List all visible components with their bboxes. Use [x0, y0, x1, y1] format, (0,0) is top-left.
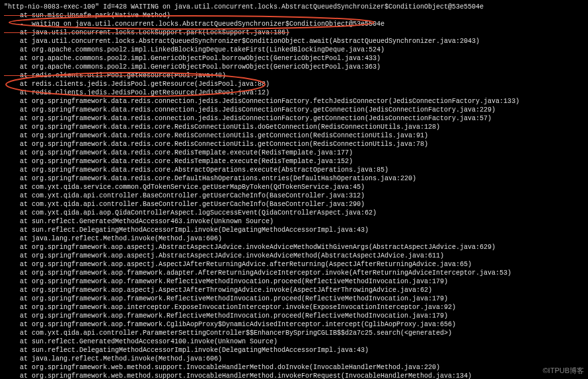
stack-line: at java.lang.reflect.Method.invoke(Metho…	[4, 234, 584, 243]
stack-line: at sun.misc.Unsafe.park(Native Method)	[4, 11, 584, 20]
stack-trace-output: "http-nio-8083-exec-100" Id=428 WAITING …	[0, 0, 588, 379]
stack-line: at org.apache.commons.pool2.impl.Generic…	[4, 54, 584, 63]
stack-line: at org.springframework.aop.aspectj.Abstr…	[4, 243, 584, 252]
stack-line: at org.springframework.data.redis.core.R…	[4, 157, 584, 166]
stack-line: at sun.reflect.GeneratedMethodAccessor41…	[4, 337, 584, 346]
stack-line: at org.springframework.aop.framework.Cgl…	[4, 320, 584, 329]
watermark-label: ©ITPUB博客	[543, 366, 585, 375]
stack-line: at java.util.concurrent.locks.LockSuppor…	[4, 28, 584, 37]
stack-line: at org.springframework.data.redis.core.R…	[4, 149, 584, 157]
stack-line: at org.springframework.data.redis.connec…	[4, 106, 584, 114]
stack-line: at org.apache.commons.pool2.impl.LinkedB…	[4, 46, 584, 54]
stack-line: at org.springframework.data.redis.core.R…	[4, 131, 584, 140]
stack-line: at redis.clients.util.Pool.getResource(P…	[4, 71, 584, 80]
stack-line: "http-nio-8083-exec-100" Id=428 WAITING …	[4, 3, 584, 11]
stack-line: at com.yxt.qida.api.controller.BaseContr…	[4, 200, 584, 209]
stack-line: at org.springframework.aop.interceptor.E…	[4, 303, 584, 312]
stack-line: at org.springframework.web.method.suppor…	[4, 363, 584, 372]
stack-line: at org.apache.commons.pool2.impl.Generic…	[4, 63, 584, 71]
stack-line: at sun.reflect.DelegatingMethodAccessorI…	[4, 226, 584, 234]
stack-line: at org.springframework.data.redis.core.R…	[4, 123, 584, 131]
stack-line: at com.yxt.qida.service.common.QdTokenSe…	[4, 183, 584, 191]
stack-line: at org.springframework.aop.framework.Ref…	[4, 312, 584, 320]
stack-line: at org.springframework.web.method.suppor…	[4, 372, 584, 379]
stack-line: at org.springframework.aop.framework.ada…	[4, 269, 584, 277]
stack-line: at sun.reflect.DelegatingMethodAccessorI…	[4, 346, 584, 355]
stack-line: at org.springframework.aop.framework.Ref…	[4, 277, 584, 286]
stack-line: at java.lang.reflect.Method.invoke(Metho…	[4, 355, 584, 363]
stack-line: at org.springframework.aop.aspectj.Abstr…	[4, 252, 584, 260]
stack-line: at com.yxt.qida.api.controller.Parameter…	[4, 329, 584, 337]
stack-line: - waiting on java.util.concurrent.locks.…	[4, 20, 584, 28]
stack-line: at redis.clients.jedis.JedisPool.getReso…	[4, 80, 584, 88]
stack-line: at org.springframework.data.redis.core.D…	[4, 174, 584, 183]
stack-line: at redis.clients.jedis.JedisPool.getReso…	[4, 88, 584, 97]
stack-line: at org.springframework.data.redis.connec…	[4, 114, 584, 123]
stack-line: at org.springframework.data.redis.connec…	[4, 97, 584, 106]
stack-line: at org.springframework.aop.aspectj.Aspec…	[4, 260, 584, 269]
stack-line: at sun.reflect.GeneratedMethodAccessor46…	[4, 217, 584, 226]
stack-line: at org.springframework.data.redis.core.R…	[4, 140, 584, 149]
stack-line: at java.util.concurrent.locks.AbstractQu…	[4, 37, 584, 46]
stack-line: at org.springframework.aop.framework.Ref…	[4, 294, 584, 303]
stack-line: at com.yxt.qida.api.aop.QidaControllerAs…	[4, 209, 584, 217]
stack-line: at org.springframework.data.redis.core.A…	[4, 166, 584, 174]
stack-line: at org.springframework.aop.aspectj.Aspec…	[4, 286, 584, 294]
stack-line: at com.yxt.qida.api.controller.BaseContr…	[4, 191, 584, 200]
